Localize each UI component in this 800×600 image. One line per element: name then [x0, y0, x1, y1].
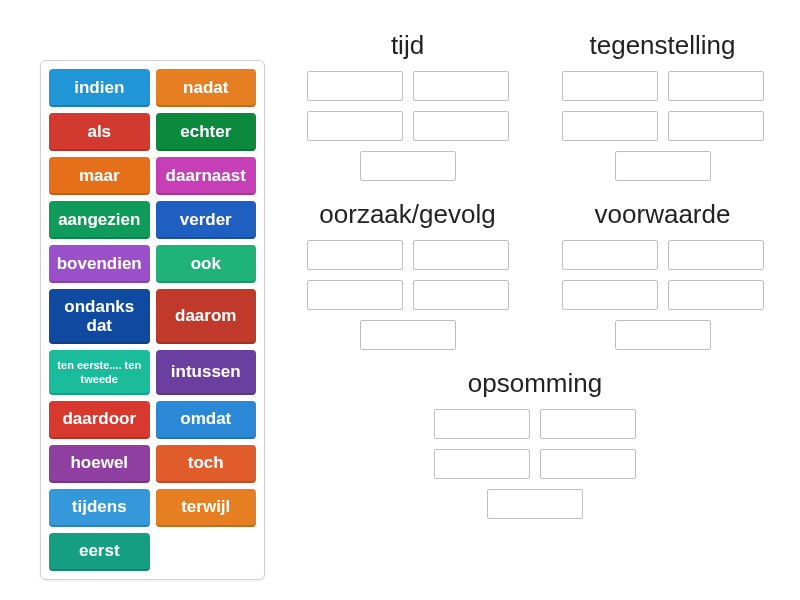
categories-area: tijd tegenstelling oorzaak/gevolg voorwa… — [300, 30, 770, 580]
drop-slot[interactable] — [562, 280, 658, 310]
drop-zone-opsomming[interactable] — [385, 409, 685, 519]
drop-slot[interactable] — [668, 71, 764, 101]
drop-slot[interactable] — [413, 111, 509, 141]
drop-slot[interactable] — [413, 71, 509, 101]
word-tile[interactable]: bovendien — [49, 245, 150, 283]
category-title: voorwaarde — [555, 199, 770, 230]
drop-slot[interactable] — [307, 111, 403, 141]
word-tile[interactable]: daarom — [156, 289, 257, 344]
drop-zone-tegenstelling[interactable] — [555, 71, 770, 181]
drop-slot[interactable] — [360, 151, 456, 181]
drop-zone-tijd[interactable] — [300, 71, 515, 181]
drop-slot[interactable] — [668, 111, 764, 141]
drop-slot[interactable] — [307, 240, 403, 270]
category-title: tijd — [300, 30, 515, 61]
word-tile[interactable]: verder — [156, 201, 257, 239]
drop-slot[interactable] — [562, 71, 658, 101]
drop-slot[interactable] — [307, 280, 403, 310]
drop-slot[interactable] — [540, 409, 636, 439]
word-tile[interactable]: omdat — [156, 401, 257, 439]
word-tile[interactable]: hoewel — [49, 445, 150, 483]
category-row-3: opsomming — [300, 368, 770, 519]
word-tile[interactable]: maar — [49, 157, 150, 195]
word-tile[interactable]: ook — [156, 245, 257, 283]
word-tile[interactable]: intussen — [156, 350, 257, 394]
category-title: tegenstelling — [555, 30, 770, 61]
word-tile[interactable]: daardoor — [49, 401, 150, 439]
word-tile[interactable]: toch — [156, 445, 257, 483]
category-tegenstelling: tegenstelling — [555, 30, 770, 181]
drop-slot[interactable] — [540, 449, 636, 479]
word-tile[interactable]: als — [49, 113, 150, 151]
drop-slot[interactable] — [615, 320, 711, 350]
drop-slot[interactable] — [413, 240, 509, 270]
category-tijd: tijd — [300, 30, 515, 181]
drop-slot[interactable] — [668, 240, 764, 270]
category-row-1: tijd tegenstelling — [300, 30, 770, 181]
word-tile[interactable]: tijdens — [49, 489, 150, 527]
drop-slot[interactable] — [615, 151, 711, 181]
word-tile[interactable]: nadat — [156, 69, 257, 107]
drop-slot[interactable] — [360, 320, 456, 350]
drop-slot[interactable] — [434, 449, 530, 479]
word-tile[interactable]: aangezien — [49, 201, 150, 239]
category-row-2: oorzaak/gevolg voorwaarde — [300, 199, 770, 350]
drop-slot[interactable] — [668, 280, 764, 310]
drop-slot[interactable] — [562, 240, 658, 270]
category-title: opsomming — [385, 368, 685, 399]
category-voorwaarde: voorwaarde — [555, 199, 770, 350]
drop-slot[interactable] — [562, 111, 658, 141]
word-tile[interactable]: ten eerste.... ten tweede — [49, 350, 150, 394]
drop-slot[interactable] — [434, 409, 530, 439]
word-tile[interactable]: eerst — [49, 533, 150, 571]
drop-slot[interactable] — [307, 71, 403, 101]
category-oorzaak-gevolg: oorzaak/gevolg — [300, 199, 515, 350]
word-tile[interactable]: echter — [156, 113, 257, 151]
word-tile[interactable]: daarnaast — [156, 157, 257, 195]
drop-zone-oorzaak-gevolg[interactable] — [300, 240, 515, 350]
word-bank: indiennadatalsechtermaardaarnaastaangezi… — [40, 60, 265, 580]
word-tile[interactable]: ondanks dat — [49, 289, 150, 344]
drop-slot[interactable] — [487, 489, 583, 519]
category-opsomming: opsomming — [385, 368, 685, 519]
drop-slot[interactable] — [413, 280, 509, 310]
word-tile[interactable]: indien — [49, 69, 150, 107]
drop-zone-voorwaarde[interactable] — [555, 240, 770, 350]
category-title: oorzaak/gevolg — [300, 199, 515, 230]
word-tile[interactable]: terwijl — [156, 489, 257, 527]
